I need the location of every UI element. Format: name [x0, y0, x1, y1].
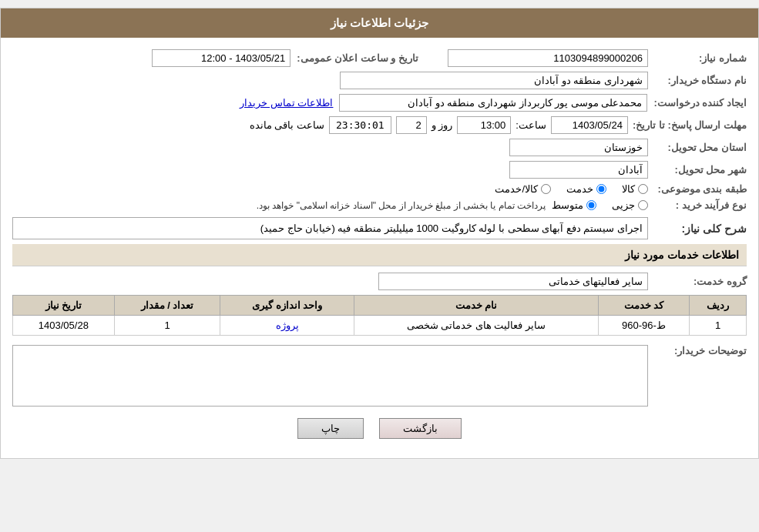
cell-radif: 1 [690, 316, 747, 336]
name-dastgah-label: نام دستگاه خریدار: [654, 75, 747, 86]
name-dastgah-input [340, 72, 648, 89]
shahr-input [509, 161, 648, 179]
farayand-motawaset-radio[interactable] [586, 200, 596, 210]
tabaqe-khedmat-radio[interactable] [596, 184, 606, 194]
tabaqe-label: طبقه بندی موضوعی: [654, 183, 747, 195]
col-radif: ردیف [690, 296, 747, 316]
shahr-label: شهر محل تحویل: [654, 164, 747, 176]
col-vahed: واحد اندازه گیری [220, 296, 354, 316]
cell-kod: ط-96-960 [598, 316, 689, 336]
farayand-note: پرداخت تمام یا بخشی از مبلغ خریدار از مح… [257, 200, 546, 211]
mohlat-roz-label: روز و [432, 119, 453, 131]
nooe-farayand-label: نوع فرآیند خرید : [654, 199, 747, 211]
tarikh-saaat-input [152, 49, 291, 67]
ijad-label: ایجاد کننده درخواست: [653, 97, 747, 109]
tabaqe-kala-radio[interactable] [638, 184, 648, 194]
back-button[interactable]: بازگشت [379, 418, 462, 439]
cell-naam: سایر فعالیت های خدماتی شخصی [354, 316, 599, 336]
tabaqe-khedmat[interactable]: خدمت [566, 183, 606, 195]
print-button[interactable]: چاپ [297, 418, 364, 439]
tabaqe-kala-khedmat-radio[interactable] [541, 184, 551, 194]
ostan-label: استان محل تحویل: [654, 142, 747, 153]
mohlat-roz-input [396, 116, 427, 134]
services-table: ردیف کد خدمت نام خدمت واحد اندازه گیری ت… [12, 295, 747, 336]
baqi-mande-label: ساعت باقی مانده [250, 119, 324, 131]
farayand-motawaset[interactable]: متوسط [552, 199, 596, 211]
shomara-niaz-input[interactable] [448, 49, 648, 67]
table-row: 1 ط-96-960 سایر فعالیت های خدماتی شخصی پ… [13, 316, 747, 336]
goroh-input [378, 273, 648, 290]
farayand-jozi[interactable]: جزیی [612, 199, 648, 211]
cell-tarikh: 1403/05/28 [13, 316, 115, 336]
countdown-display: 23:30:01 [329, 116, 391, 134]
farayand-jozi-radio[interactable] [638, 200, 648, 210]
sharh-label: شرح کلی نیاز: [654, 223, 747, 235]
mohlat-time-label: ساعت: [516, 119, 546, 131]
tawzih-label: توضیحات خریدار: [654, 345, 747, 356]
tabaqe-kala-khedmat-label: کالا/خدمت [495, 183, 538, 195]
sharh-value: اجرای سیستم دفع آبهای سطحی با لوله کاروگ… [12, 217, 648, 239]
ijad-input [339, 94, 647, 112]
tabaqe-khedmat-label: خدمت [566, 183, 593, 195]
mohlat-label: مهلت ارسال پاسخ: تا تاریخ: [633, 119, 747, 131]
col-tarikh: تاریخ نیاز [13, 296, 115, 316]
col-tedaad: تعداد / مقدار [114, 296, 220, 316]
nooe-farayand-radio-group: جزیی متوسط [552, 199, 648, 211]
cell-vahed: پروژه [220, 316, 354, 336]
cell-tedaad: 1 [114, 316, 220, 336]
farayand-motawaset-label: متوسط [552, 199, 583, 211]
tabaqe-radio-group: کالا خدمت کالا/خدمت [495, 183, 648, 195]
mohlat-date-input [551, 116, 628, 134]
page-title: جزئیات اطلاعات نیاز [1, 8, 758, 38]
tarikh-saaat-label: تاریخ و ساعت اعلان عمومی: [297, 52, 418, 64]
farayand-jozi-label: جزیی [612, 199, 635, 211]
shomara-niaz-label: شماره نیاز: [654, 52, 747, 64]
mohlat-time-input [457, 116, 511, 134]
tabaqe-kala[interactable]: کالا [622, 183, 648, 195]
khadamat-section-title: اطلاعات خدمات مورد نیاز [12, 244, 747, 266]
buttons-row: بازگشت چاپ [12, 418, 747, 439]
col-kod: کد خدمت [598, 296, 689, 316]
tawzih-textarea[interactable] [12, 345, 648, 407]
col-naam: نام خدمت [354, 296, 599, 316]
tabaqe-kala-label: کالا [622, 183, 635, 195]
ettelaat-tamas-link[interactable]: اطلاعات تماس خریدار [240, 97, 333, 109]
ostan-input [509, 139, 648, 156]
goroh-label: گروه خدمت: [654, 276, 747, 287]
tabaqe-kala-khedmat[interactable]: کالا/خدمت [495, 183, 551, 195]
